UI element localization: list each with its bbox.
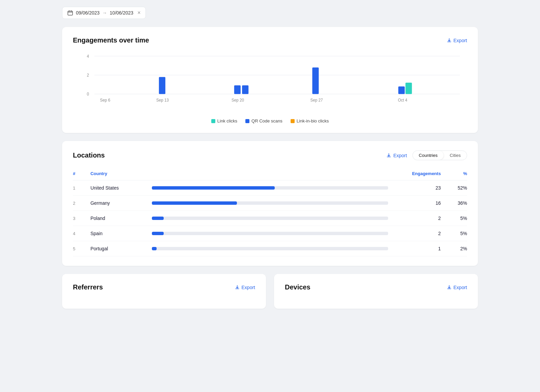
- row-engagements: 1: [388, 241, 441, 256]
- devices-title: Devices: [285, 283, 310, 291]
- engagements-chart: 4 2 0 Sep 6 Sep 13 Sep 20 Sep 27 Oct 4: [73, 52, 467, 113]
- progress-track: [152, 201, 388, 205]
- row-rank: 2: [73, 196, 90, 211]
- row-bar: [152, 211, 388, 226]
- row-bar: [152, 180, 388, 196]
- referrers-card: Referrers Export: [62, 274, 266, 309]
- progress-fill: [152, 201, 237, 205]
- legend-bio-clicks: Link-in-bio clicks: [291, 118, 329, 123]
- engagements-title: Engagements over time: [73, 36, 149, 44]
- table-row: 4 Spain 2 5%: [73, 226, 467, 241]
- svg-rect-13: [234, 85, 241, 94]
- progress-track: [152, 247, 388, 250]
- legend-dot-bio-clicks: [291, 119, 295, 123]
- col-percent: %: [441, 168, 467, 180]
- table-row: 2 Germany 16 36%: [73, 196, 467, 211]
- progress-track: [152, 186, 388, 190]
- col-country: Country: [90, 168, 152, 180]
- svg-rect-16: [398, 86, 405, 94]
- progress-track: [152, 217, 388, 220]
- start-date: 09/06/2023: [76, 10, 100, 16]
- download-icon-referrers: [235, 285, 240, 290]
- progress-track: [152, 232, 388, 235]
- date-filter[interactable]: 09/06/2023 → 10/06/2023 ×: [62, 7, 146, 19]
- end-date: 10/06/2023: [110, 10, 133, 16]
- legend-qr-scans: QR Code scans: [245, 118, 282, 123]
- row-rank: 1: [73, 180, 90, 196]
- engagements-export-button[interactable]: Export: [447, 38, 467, 43]
- download-icon: [447, 38, 452, 43]
- row-percent: 2%: [441, 241, 467, 256]
- tab-countries[interactable]: Countries: [413, 151, 444, 160]
- referrers-title: Referrers: [73, 283, 103, 291]
- table-row: 3 Poland 2 5%: [73, 211, 467, 226]
- locations-title: Locations: [73, 151, 105, 159]
- table-row: 5 Portugal 1 2%: [73, 241, 467, 256]
- row-percent: 5%: [441, 211, 467, 226]
- svg-text:4: 4: [87, 54, 89, 58]
- progress-fill: [152, 217, 164, 220]
- row-engagements: 16: [388, 196, 441, 211]
- svg-rect-0: [68, 11, 73, 15]
- row-engagements: 2: [388, 226, 441, 241]
- chart-svg: 4 2 0 Sep 6 Sep 13 Sep 20 Sep 27 Oct 4: [73, 52, 467, 113]
- svg-text:Sep 6: Sep 6: [100, 98, 110, 103]
- svg-rect-12: [159, 77, 165, 94]
- clear-date-button[interactable]: ×: [137, 10, 140, 16]
- locations-card: Locations Export Countries Cities # Co: [62, 141, 478, 266]
- row-percent: 36%: [441, 196, 467, 211]
- svg-text:2: 2: [87, 73, 89, 78]
- devices-card: Devices Export: [274, 274, 478, 309]
- row-bar: [152, 241, 388, 256]
- row-percent: 5%: [441, 226, 467, 241]
- arrow-icon: →: [102, 10, 107, 16]
- download-icon-locations: [386, 153, 391, 158]
- row-country: Spain: [90, 226, 152, 241]
- referrers-header: Referrers Export: [73, 283, 255, 291]
- svg-text:Sep 27: Sep 27: [310, 98, 323, 103]
- devices-header: Devices Export: [285, 283, 467, 291]
- legend-link-clicks: Link clicks: [211, 118, 237, 123]
- col-hash: #: [73, 168, 90, 180]
- row-engagements: 2: [388, 211, 441, 226]
- row-country: Germany: [90, 196, 152, 211]
- svg-rect-17: [405, 83, 412, 94]
- locations-table: # Country Engagements % 1 United States …: [73, 168, 467, 256]
- devices-export-button[interactable]: Export: [447, 285, 467, 290]
- tab-cities[interactable]: Cities: [443, 151, 467, 160]
- col-bar: [152, 168, 388, 180]
- table-row: 1 United States 23 52%: [73, 180, 467, 196]
- row-bar: [152, 196, 388, 211]
- row-country: Portugal: [90, 241, 152, 256]
- calendar-icon: [67, 10, 73, 16]
- row-engagements: 23: [388, 180, 441, 196]
- download-icon-devices: [447, 285, 452, 290]
- svg-text:0: 0: [87, 92, 89, 96]
- legend-dot-qr-scans: [245, 119, 249, 123]
- col-engagements: Engagements: [388, 168, 441, 180]
- chart-legend: Link clicks QR Code scans Link-in-bio cl…: [73, 118, 467, 123]
- engagements-header: Engagements over time Export: [73, 36, 467, 44]
- referrers-export-button[interactable]: Export: [235, 285, 255, 290]
- row-country: United States: [90, 180, 152, 196]
- row-percent: 52%: [441, 180, 467, 196]
- progress-fill: [152, 232, 164, 235]
- row-rank: 5: [73, 241, 90, 256]
- locations-export-button[interactable]: Export: [386, 153, 407, 158]
- legend-dot-link-clicks: [211, 119, 215, 123]
- engagements-card: Engagements over time Export 4 2 0 Sep 6: [62, 27, 478, 133]
- locations-header: Locations Export Countries Cities: [73, 150, 467, 160]
- progress-fill: [152, 247, 157, 250]
- svg-text:Oct 4: Oct 4: [398, 98, 407, 103]
- svg-text:Sep 13: Sep 13: [156, 98, 169, 103]
- svg-text:Sep 20: Sep 20: [232, 98, 244, 103]
- locations-tab-group: Countries Cities: [412, 150, 467, 160]
- row-bar: [152, 226, 388, 241]
- row-rank: 4: [73, 226, 90, 241]
- bottom-section: Referrers Export Devices Export: [62, 274, 478, 309]
- svg-rect-15: [312, 67, 319, 94]
- row-rank: 3: [73, 211, 90, 226]
- progress-fill: [152, 186, 275, 190]
- svg-rect-14: [242, 85, 248, 94]
- row-country: Poland: [90, 211, 152, 226]
